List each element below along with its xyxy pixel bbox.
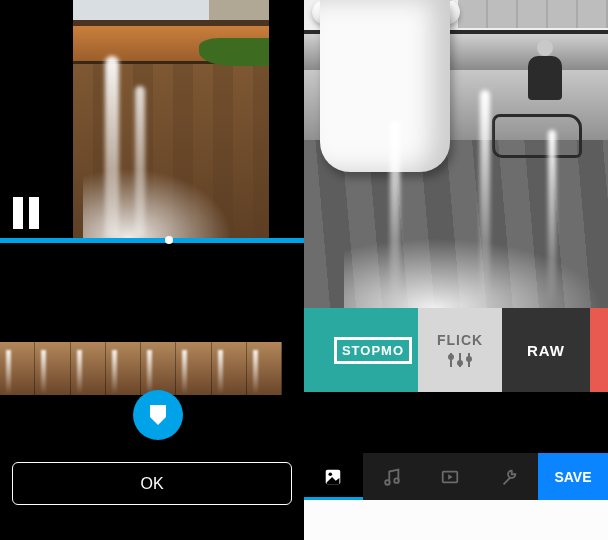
editor-right-pane: STOPMO FLICK RAW [304,0,608,540]
svg-point-5 [467,357,471,361]
filmstrip-frame[interactable] [141,342,176,395]
chair [482,78,592,168]
filmstrip-frame[interactable] [176,342,211,395]
filter-carousel[interactable]: STOPMO FLICK RAW [304,308,608,392]
filter-raw-label: RAW [527,342,565,359]
filmstrip-frame[interactable] [247,342,282,395]
tab-video[interactable] [421,453,480,500]
video-preview[interactable] [73,0,269,238]
tab-styles[interactable] [304,453,363,500]
pause-button[interactable] [8,195,44,231]
svg-point-7 [329,472,333,476]
filmstrip-frame[interactable] [212,342,247,395]
ok-button[interactable]: OK [12,462,292,505]
filmstrip-frame[interactable] [35,342,70,395]
tab-tools[interactable] [480,453,539,500]
save-button[interactable]: SAVE [538,453,608,500]
filter-raw[interactable]: RAW [502,308,590,392]
filter-next-peek[interactable] [590,308,608,392]
wrench-icon [499,467,519,487]
styles-icon [323,467,343,487]
filmstrip-frame[interactable] [106,342,141,395]
shield-down-icon [148,404,168,426]
filter-flick-label: FLICK [437,332,483,348]
filmstrip[interactable] [0,342,282,395]
right-footer [304,500,608,540]
filmstrip-frame[interactable] [0,342,35,395]
marker-button[interactable] [133,390,183,440]
tab-music[interactable] [363,453,422,500]
music-icon [382,467,402,487]
bottom-toolbar: SAVE [304,453,608,500]
filter-stopmo[interactable]: STOPMO [328,308,418,392]
filter-prev-peek[interactable] [304,308,328,392]
filter-flick[interactable]: FLICK [418,308,502,392]
sliders-icon [447,352,473,368]
filtered-preview[interactable] [304,0,608,308]
video-preview-area [0,0,304,248]
timeline-playhead[interactable] [165,236,173,244]
filmstrip-frame[interactable] [71,342,106,395]
filter-stopmo-label: STOPMO [334,337,412,364]
play-frame-icon [440,467,460,487]
left-footer [0,512,304,540]
svg-point-9 [394,478,399,483]
svg-point-1 [449,355,453,359]
planter [320,0,450,172]
svg-point-3 [458,361,462,365]
timeline[interactable] [0,238,304,243]
svg-point-8 [385,480,390,485]
editor-left-pane: OK [0,0,304,540]
save-label: SAVE [554,469,591,485]
ok-label: OK [140,475,163,493]
